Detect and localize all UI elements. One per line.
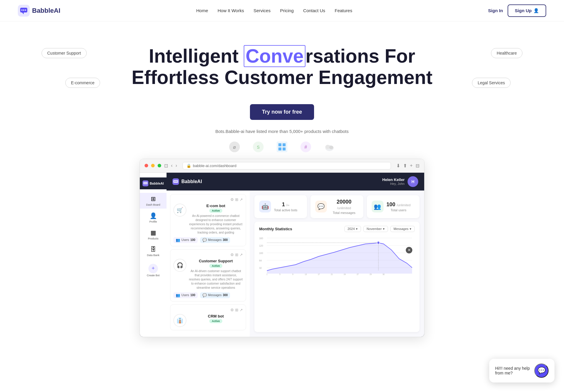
dash-user-info: Helen Keller Hey, John (382, 177, 405, 185)
svg-rect-12 (278, 147, 281, 150)
dash-body: ⚙ ⊞ ↗ 🛒 E-com bot Active An A (167, 191, 424, 337)
bot-share-button-3[interactable]: ↗ (240, 308, 243, 312)
signup-button[interactable]: Sign Up 👤 (508, 4, 546, 17)
sidebar-toggle-button[interactable]: ⊡ (164, 163, 168, 169)
dash-avatar: H (408, 176, 418, 187)
svg-text:5: 5 (279, 273, 281, 275)
svg-text:32: 32 (259, 266, 262, 269)
bot-info-crm: CRM bot Active (189, 314, 243, 324)
chart-header: Monthly Statistics 2024 ▾ November ▾ (259, 226, 415, 232)
sidebar-item-databank[interactable]: 🗄 Data Bank (140, 244, 167, 259)
bot-expand-button-2[interactable]: ⊞ (235, 253, 238, 257)
svg-point-23 (146, 183, 147, 183)
bot-users-count: 100 (190, 238, 195, 242)
dash-user-name: Helen Keller (382, 177, 405, 182)
chart-svg: 160 120 100 64 32 (259, 235, 415, 277)
url-bar[interactable]: 🔒 babble-ai.com/dashboard (183, 162, 391, 169)
users-stat-icon: 👥 (372, 201, 384, 212)
nav-services[interactable]: Services (254, 8, 271, 13)
bot-status-crm: Active (209, 319, 222, 323)
forward-button[interactable]: › (175, 163, 177, 168)
svg-rect-11 (283, 143, 286, 146)
bot-card-main-3: 👔 CRM bot Active (173, 314, 243, 327)
bot-settings-button-2[interactable]: ⚙ (230, 253, 234, 257)
nav-links: Home How It Works Services Pricing Conta… (196, 8, 352, 13)
nav-contact-us[interactable]: Contact Us (303, 8, 325, 13)
bot-card-actions: ⚙ ⊞ ↗ (230, 197, 243, 202)
bot-info-ecom: E-com bot Active An AI-powered e-commerc… (189, 204, 243, 235)
bot-settings-button-3[interactable]: ⚙ (230, 308, 234, 312)
bot-expand-button-3[interactable]: ⊞ (235, 308, 238, 312)
stats-cards: 🤖 1 /∞ Total active bots (254, 195, 419, 218)
download-button[interactable]: ⬇ (396, 163, 400, 169)
bot-share-button-2[interactable]: ↗ (240, 253, 243, 257)
nav-features[interactable]: Features (335, 8, 352, 13)
dash-logo-text: BabbleAI (150, 182, 164, 185)
bot-info-support: Customer Support Active An AI-driven cus… (189, 259, 243, 290)
browser-actions: ⬇ ⬆ + ⊟ (396, 163, 419, 169)
stat-card-users: 👥 100 /unlimited Total users (367, 195, 419, 218)
bot-users-stat: 👥 Users 100 (173, 237, 198, 243)
dash-header-logo-text: BabbleAI (181, 179, 202, 184)
sidebar-item-products[interactable]: ▦ Products (140, 227, 167, 242)
user-icon: 👤 (533, 8, 539, 13)
svg-text:100: 100 (259, 251, 263, 255)
hero-section: Customer Support Healthcare E-commerce L… (0, 21, 564, 349)
cta-button[interactable]: Try now for free (250, 104, 314, 120)
bot-share-button[interactable]: ↗ (240, 197, 243, 202)
total-bots-label: Total active bots (274, 208, 297, 212)
sidebar-item-profile[interactable]: 👤 Profile (140, 210, 167, 226)
bot-card-crm: ⚙ ⊞ ↗ 👔 CRM bot Active (170, 304, 246, 330)
messages-stat-icon: 💬 (315, 201, 327, 212)
dash-user-role: Hey, John (382, 182, 405, 185)
svg-rect-9 (277, 142, 287, 152)
total-users-limit: /unlimited (397, 203, 411, 207)
chart-close-button[interactable]: ✕ (406, 247, 412, 253)
share-button[interactable]: ⬆ (403, 163, 407, 169)
chevron-down-icon: ▾ (356, 227, 358, 231)
bots-stat-icon: 🤖 (259, 201, 271, 212)
tabs-button[interactable]: ⊟ (416, 163, 419, 169)
create-bot-button[interactable]: + (148, 264, 158, 273)
new-tab-button[interactable]: + (410, 163, 413, 169)
svg-text:27: 27 (357, 273, 359, 275)
chart-filter-year[interactable]: 2024 ▾ (344, 226, 361, 232)
chart-filter-month[interactable]: November ▾ (363, 226, 388, 232)
nav-home[interactable]: Home (196, 8, 208, 13)
url-text: babble-ai.com/dashboard (193, 164, 237, 168)
github-logo: ⌀ (229, 141, 240, 153)
bot-messages-count: 300 (223, 238, 228, 242)
dash-logo-area: BabbleAI (140, 177, 167, 189)
svg-point-26 (174, 181, 175, 182)
back-button[interactable]: ‹ (171, 163, 172, 168)
bot-expand-button[interactable]: ⊞ (235, 197, 238, 202)
products-icon: ▦ (150, 229, 156, 236)
badge-healthcare: Healthcare (491, 48, 522, 58)
messages-icon: 💬 (202, 238, 207, 242)
svg-text:30: 30 (383, 273, 385, 275)
svg-text:21: 21 (331, 273, 333, 275)
svg-text:1: 1 (266, 273, 267, 275)
logo-text: BabbleAI (32, 7, 60, 15)
chart-filter-metric[interactable]: Messages ▾ (390, 226, 415, 232)
svg-text:64: 64 (259, 259, 262, 262)
badge-customer-support: Customer Support (42, 48, 87, 58)
svg-text:⌀: ⌀ (233, 145, 236, 150)
total-messages-label: Total messages (330, 211, 359, 215)
nav-pricing[interactable]: Pricing (280, 8, 294, 13)
dash-logo-icon (142, 180, 148, 186)
bot-card-ecom: ⚙ ⊞ ↗ 🛒 E-com bot Active An A (170, 194, 246, 246)
svg-point-27 (175, 181, 176, 182)
svg-text:S: S (257, 145, 259, 150)
nav-how-it-works[interactable]: How It Works (218, 8, 244, 13)
sidebar-item-dashboard[interactable]: ⊞ Dash Board (140, 193, 167, 209)
bot-card-header-3: ⚙ ⊞ ↗ (173, 308, 243, 312)
nav-actions: Sign In Sign Up 👤 (488, 4, 546, 17)
dash-header: BabbleAI Helen Keller Hey, John H (167, 173, 424, 191)
bot-settings-button[interactable]: ⚙ (230, 197, 234, 202)
window-dot-red (145, 164, 148, 167)
svg-text:13: 13 (305, 273, 307, 275)
svg-point-18 (329, 146, 333, 149)
svg-text:17: 17 (318, 273, 320, 275)
signin-button[interactable]: Sign In (488, 8, 503, 13)
